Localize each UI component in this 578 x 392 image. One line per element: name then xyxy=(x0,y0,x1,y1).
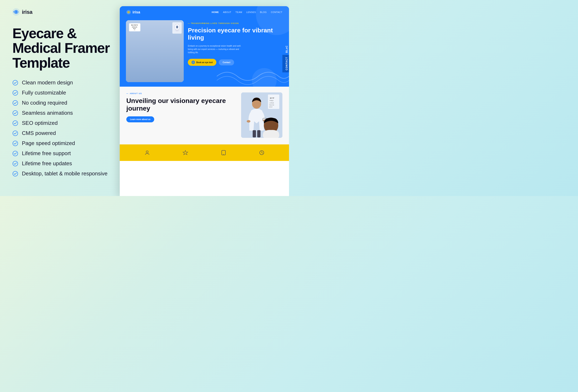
left-panel: irisa Eyecare & Medical Framer Template … xyxy=(0,0,136,196)
feature-item: Lifetime free updates xyxy=(12,160,124,167)
feature-text: Lifetime free updates xyxy=(22,160,72,167)
about-tag: ABOUT US xyxy=(126,92,236,94)
svg-point-42 xyxy=(193,62,194,63)
nav-home[interactable]: HOME xyxy=(212,11,219,13)
svg-point-2 xyxy=(13,80,18,85)
feature-text: Clean modern design xyxy=(22,80,73,86)
site-logo-icon xyxy=(126,10,131,14)
feature-item: CMS powered xyxy=(12,130,124,136)
bottom-star-icon[interactable] xyxy=(183,150,188,156)
logo-icon xyxy=(12,8,20,16)
site-nav-links: HOME ABOUT TEAM LENSES BLOG CONTACT xyxy=(212,11,282,13)
svg-point-8 xyxy=(13,141,18,146)
bottom-user-icon[interactable] xyxy=(144,150,150,156)
feature-item: Fully customizable xyxy=(12,89,124,96)
feature-item: SEO optimized xyxy=(12,120,124,126)
svg-point-1 xyxy=(15,11,17,13)
site-bottom-bar xyxy=(120,144,289,161)
svg-point-4 xyxy=(13,100,18,105)
learn-more-label: Learn more about us xyxy=(130,118,150,121)
svg-point-7 xyxy=(13,131,18,136)
contact-button-label: Contact xyxy=(223,61,230,64)
check-icon xyxy=(12,131,18,136)
feature-text: Fully customizable xyxy=(22,89,66,96)
svg-point-13 xyxy=(128,11,129,13)
hero-image: BLTAYV DNSUE MCF ZU xyxy=(126,20,184,82)
svg-text:EDFCZP: EDFCZP xyxy=(269,106,273,107)
feature-item: Page speed optimized xyxy=(12,140,124,146)
hero-subtitle: Embark on a journey to exceptional visio… xyxy=(188,44,241,54)
contact-label: CONTACT xyxy=(282,55,289,72)
nav-about[interactable]: ABOUT xyxy=(223,11,231,13)
feature-item: No coding required xyxy=(12,100,124,106)
check-icon xyxy=(12,151,18,156)
svg-rect-51 xyxy=(253,130,256,137)
svg-point-6 xyxy=(13,121,18,126)
about-illustration: E F P T O Z L P E D P E C F D EDFCZP xyxy=(241,92,282,138)
about-tag-label: ABOUT US xyxy=(130,92,142,94)
nav-blog[interactable]: BLOG xyxy=(260,11,267,13)
svg-point-10 xyxy=(13,161,18,166)
check-icon xyxy=(12,161,18,167)
nav-team[interactable]: TEAM xyxy=(236,11,242,13)
check-icon xyxy=(12,110,18,116)
feature-text: SEO optimized xyxy=(22,120,58,126)
svg-point-9 xyxy=(13,151,18,156)
svg-point-59 xyxy=(146,151,148,153)
svg-text:L P E D: L P E D xyxy=(270,102,274,104)
eye-chart: BLTAYV DNSUE MCF ZU xyxy=(129,23,140,31)
svg-rect-52 xyxy=(257,130,260,137)
svg-point-5 xyxy=(13,111,18,116)
check-icon xyxy=(12,140,18,146)
svg-text:P E C F D: P E C F D xyxy=(269,104,274,106)
svg-point-11 xyxy=(13,171,18,176)
feature-text: No coding required xyxy=(22,100,67,106)
site-about: ABOUT US Unveiling our visionary eyecare… xyxy=(120,87,289,144)
features-list: Clean modern design Fully customizable N… xyxy=(12,80,124,177)
about-content: ABOUT US Unveiling our visionary eyecare… xyxy=(126,92,236,139)
illustration: BLTAYV DNSUE MCF ZU xyxy=(126,20,184,82)
page-title: Eyecare & Medical Framer Template xyxy=(12,26,124,70)
bottom-tablet-icon[interactable] xyxy=(221,150,227,156)
svg-point-62 xyxy=(223,154,224,155)
check-icon xyxy=(12,171,18,176)
book-button-label: Book an eye test xyxy=(196,61,213,64)
svg-point-53 xyxy=(247,120,250,123)
svg-point-16 xyxy=(177,26,178,28)
check-icon xyxy=(12,90,18,96)
site-preview: irisa HOME ABOUT TEAM LENSES BLOG CONTAC… xyxy=(120,6,289,196)
feature-text: Desktop, tablet & mobile responsive xyxy=(22,171,107,177)
feature-item: Clean modern design xyxy=(12,80,124,86)
svg-text:T O Z: T O Z xyxy=(270,100,273,101)
svg-point-3 xyxy=(13,90,18,95)
feature-text: Lifetime free support xyxy=(22,150,71,157)
feature-item: Lifetime free support xyxy=(12,150,124,157)
feature-text: Seamless animations xyxy=(22,110,73,116)
check-icon xyxy=(12,100,18,106)
anatomy-chart xyxy=(172,22,182,34)
svg-marker-60 xyxy=(183,150,188,155)
svg-line-65 xyxy=(262,153,263,153)
logo-area: irisa xyxy=(12,8,124,16)
wave-decoration xyxy=(217,64,289,87)
site-hero: irisa HOME ABOUT TEAM LENSES BLOG CONTAC… xyxy=(120,6,289,87)
nav-lenses[interactable]: LENSES xyxy=(246,11,256,13)
eye-icon xyxy=(192,61,195,64)
logo-text: irisa xyxy=(22,9,32,15)
site-logo: irisa xyxy=(126,10,140,14)
svg-text:E F P: E F P xyxy=(270,97,274,99)
feature-item: Seamless animations xyxy=(12,110,124,116)
site-logo-label: irisa xyxy=(133,10,140,14)
bloc-label: BLoC xyxy=(282,43,289,55)
bottom-clock-icon[interactable] xyxy=(259,150,265,156)
right-labels: BLoC CONTACT xyxy=(282,43,289,72)
about-image: E F P T O Z L P E D P E C F D EDFCZP xyxy=(241,92,282,138)
feature-item: Desktop, tablet & mobile responsive xyxy=(12,171,124,177)
feature-text: CMS powered xyxy=(22,130,56,136)
feature-text: Page speed optimized xyxy=(22,140,75,146)
about-title: Unveiling our visionary eyecare journey xyxy=(126,97,236,112)
check-icon xyxy=(12,80,18,86)
book-eye-test-button[interactable]: Book an eye test xyxy=(188,59,216,66)
learn-more-button[interactable]: Learn more about us xyxy=(126,116,154,122)
nav-contact[interactable]: CONTACT xyxy=(271,11,282,13)
